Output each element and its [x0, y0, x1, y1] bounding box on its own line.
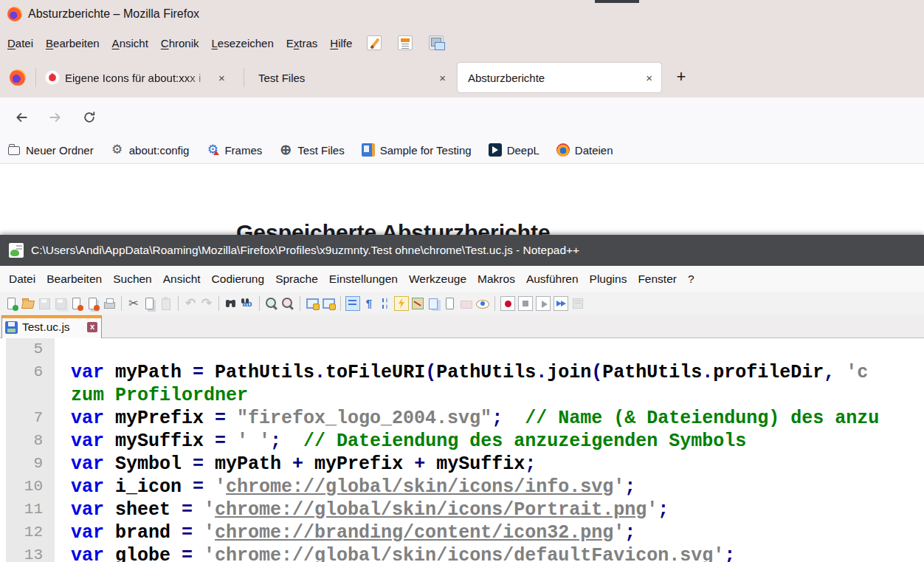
- code-editor[interactable]: 56var myPath = PathUtils.toFileURI(PathU…: [0, 338, 924, 562]
- firefox-view-icon[interactable]: [10, 69, 26, 86]
- menu-lesezeichen[interactable]: Lesezeichen: [212, 37, 274, 49]
- npp-menu-ausführen[interactable]: Ausführen: [526, 273, 579, 286]
- bookmark-dateien[interactable]: Dateien: [556, 143, 613, 157]
- npp-menu-werkzeuge[interactable]: Werkzeuge: [409, 273, 466, 286]
- npp-menu-ansicht[interactable]: Ansicht: [163, 273, 201, 286]
- npp-menu-bearbeiten[interactable]: Bearbeiten: [46, 273, 102, 286]
- tab-close-icon[interactable]: ×: [433, 72, 456, 84]
- code-line: 13var globe = 'chrome://global/skin/icon…: [0, 544, 924, 562]
- document-tab-close-button[interactable]: x: [87, 322, 97, 332]
- code-text: var globe = 'chrome://global/skin/icons/…: [71, 544, 735, 562]
- macro-run-multiple-icon[interactable]: [554, 296, 568, 311]
- tab-close-icon[interactable]: ×: [213, 72, 235, 84]
- find-icon[interactable]: [224, 296, 238, 311]
- firefox-titlebar[interactable]: Absturzberichte – Mozilla Firefox: [0, 0, 924, 28]
- menu-datei[interactable]: Datei: [7, 37, 33, 49]
- browser-tab-active[interactable]: Absturzberichte×: [458, 63, 661, 92]
- macro-save-icon[interactable]: [570, 296, 585, 311]
- bookmark-frames[interactable]: ⚙Frames: [206, 143, 262, 157]
- line-number: 11: [0, 501, 43, 518]
- npp-menu-makros[interactable]: Makros: [477, 273, 515, 286]
- npp-menu-fenster[interactable]: Fenster: [638, 273, 677, 286]
- cut-icon[interactable]: ✂: [126, 296, 141, 311]
- macro-stop-icon[interactable]: [518, 296, 533, 311]
- copy-icon[interactable]: [142, 296, 157, 311]
- redo-icon[interactable]: ↷: [199, 296, 214, 311]
- folder-as-workspace-icon[interactable]: [459, 296, 474, 311]
- undo-icon[interactable]: ↶: [183, 296, 198, 311]
- zoom-in-icon[interactable]: [264, 296, 279, 311]
- save-icon[interactable]: [37, 296, 52, 311]
- reload-icon[interactable]: [83, 111, 96, 124]
- table-icon: [398, 35, 413, 50]
- sync-horizontal-icon[interactable]: [321, 296, 336, 311]
- npp-menu-datei[interactable]: Datei: [9, 273, 35, 286]
- menu-bearbeiten[interactable]: Bearbeiten: [46, 37, 100, 49]
- macro-play-icon[interactable]: [536, 296, 551, 311]
- code-line: 9var Symbol = myPath + myPrefix + mySuff…: [0, 453, 924, 476]
- close-icon[interactable]: [69, 296, 84, 311]
- close-all-icon[interactable]: [86, 296, 100, 311]
- firefox-logo-icon: [7, 7, 22, 21]
- menu-chronik[interactable]: Chronik: [161, 37, 199, 49]
- save-all-icon[interactable]: [53, 296, 68, 311]
- document-tab[interactable]: Test.uc.js x: [1, 315, 102, 338]
- npp-menu-suchen[interactable]: Suchen: [113, 273, 152, 286]
- document-switcher-icon[interactable]: [427, 296, 441, 311]
- sync-vertical-icon[interactable]: [305, 296, 320, 311]
- menu-extras[interactable]: Extras: [286, 37, 318, 49]
- line-number: 9: [0, 455, 43, 472]
- new-file-icon[interactable]: [4, 296, 19, 311]
- bookmark-neuer-ordner[interactable]: Neuer Ordner: [7, 143, 94, 157]
- bookmark-label: DeepL: [507, 144, 539, 157]
- open-icon[interactable]: [21, 296, 35, 311]
- bookmark-test-files[interactable]: ⊕Test Files: [279, 143, 344, 157]
- print-icon[interactable]: [102, 296, 117, 311]
- note-edit-button[interactable]: [365, 33, 384, 52]
- book-icon: [362, 143, 375, 157]
- npp-menu-einstellungen[interactable]: Einstellungen: [329, 273, 398, 286]
- indent-guide-icon[interactable]: [378, 296, 393, 311]
- tab-close-icon[interactable]: ×: [640, 72, 661, 84]
- macro-record-icon[interactable]: [500, 296, 515, 311]
- npp-menu-sprache[interactable]: Sprache: [275, 273, 318, 286]
- browser-tab[interactable]: Eigene Icons für about:xxx i×: [41, 58, 242, 97]
- zoom-out-icon[interactable]: [280, 296, 295, 311]
- js-document-icon[interactable]: ƒ: [443, 296, 458, 311]
- npp-menu-codierung[interactable]: Codierung: [212, 273, 265, 286]
- new-tab-button[interactable]: +: [670, 66, 692, 89]
- bookmark-about-config[interactable]: ⚙about:config: [111, 143, 190, 157]
- menu-ansicht[interactable]: Ansicht: [112, 37, 148, 49]
- flame-favicon: [46, 71, 59, 84]
- code-line: 10var i_icon = 'chrome://global/skin/ico…: [0, 476, 924, 498]
- line-number: 12: [0, 524, 43, 541]
- paste-icon[interactable]: [159, 296, 173, 311]
- function-list-icon[interactable]: [394, 296, 409, 311]
- code-text: var Symbol = myPath + myPrefix + mySuffi…: [71, 453, 536, 476]
- forward-icon[interactable]: [49, 111, 62, 124]
- document-map-icon[interactable]: [410, 296, 425, 311]
- npp-menu-help[interactable]: ?: [688, 273, 694, 286]
- show-all-characters-icon[interactable]: ¶: [362, 296, 376, 311]
- menu-hilfe[interactable]: Hilfe: [330, 37, 352, 49]
- bookmark-deepl[interactable]: DeepL: [489, 143, 539, 157]
- toolbar-separator: [300, 296, 300, 311]
- line-number: 7: [0, 409, 43, 426]
- word-wrap-icon[interactable]: [345, 296, 360, 311]
- background-window-edge: [595, 0, 639, 3]
- page-content: Gespeicherte Absturzberichte: [0, 164, 924, 235]
- replace-icon[interactable]: ab: [240, 296, 255, 311]
- windows-button[interactable]: [427, 33, 446, 52]
- code-text: zum Profilordner: [71, 384, 248, 407]
- notepadpp-titlebar[interactable]: C:\Users\Andi\AppData\Roaming\Mozilla\Fi…: [0, 235, 924, 266]
- code-line: 12var brand = 'chrome://branding/content…: [0, 521, 924, 544]
- browser-tab[interactable]: Test Files×: [245, 58, 456, 97]
- view-monitoring-icon[interactable]: [475, 296, 490, 311]
- code-line: zum Profilordner: [0, 384, 924, 407]
- table-button[interactable]: [396, 33, 415, 52]
- npp-menu-plugins[interactable]: Plugins: [590, 273, 627, 286]
- note-edit-icon: [367, 35, 382, 50]
- line-number: 8: [0, 432, 43, 449]
- back-icon[interactable]: [15, 111, 28, 124]
- bookmark-sample-for-testing[interactable]: Sample for Testing: [362, 143, 472, 157]
